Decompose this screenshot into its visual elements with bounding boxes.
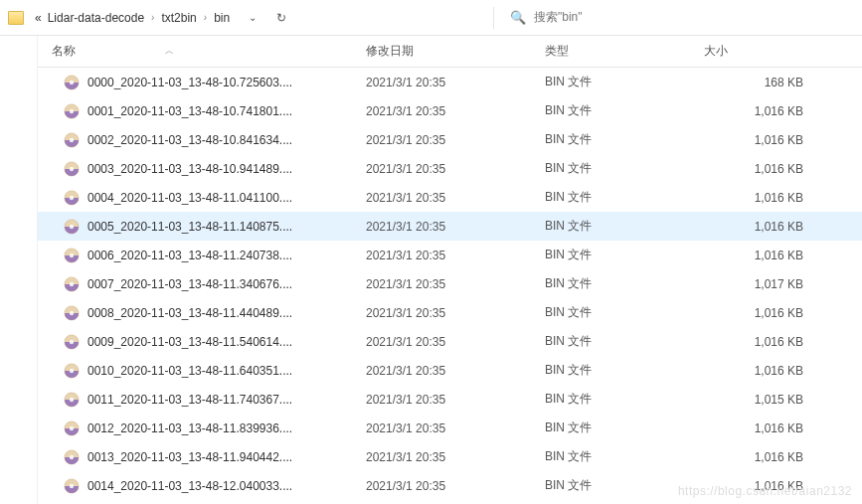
chevron-right-icon[interactable]: › <box>200 12 211 23</box>
search-placeholder: 搜索"bin" <box>534 9 583 26</box>
file-size: 1,016 KB <box>704 133 833 147</box>
file-date: 2021/3/1 20:35 <box>366 249 545 262</box>
file-row[interactable]: 0005_2020-11-03_13-48-11.140875.... 2021… <box>38 212 862 241</box>
file-size: 1,016 KB <box>704 104 833 118</box>
svg-point-23 <box>70 397 74 401</box>
bin-file-icon <box>64 103 80 119</box>
bin-file-icon <box>64 334 80 350</box>
file-row[interactable]: 0007_2020-11-03_13-48-11.340676.... 2021… <box>38 269 862 298</box>
file-row[interactable]: 0013_2020-11-03_13-48-11.940442.... 2021… <box>38 442 862 471</box>
column-headers: 名称 ︿ 修改日期 类型 大小 <box>38 36 862 68</box>
file-row[interactable]: 0015 2020-11-03 13-48-12.139523.... 2021… <box>38 500 862 504</box>
chevron-right-icon[interactable]: › <box>147 12 158 23</box>
file-date: 2021/3/1 20:35 <box>366 104 545 118</box>
header-name[interactable]: 名称 ︿ <box>38 36 366 67</box>
file-date: 2021/3/1 20:35 <box>366 479 545 493</box>
bin-file-icon <box>64 363 80 379</box>
file-row[interactable]: 0008_2020-11-03_13-48-11.440489.... 2021… <box>38 298 862 327</box>
file-size: 1,016 KB <box>704 364 833 378</box>
file-type: BIN 文件 <box>545 304 704 321</box>
svg-point-21 <box>70 368 74 372</box>
bin-file-icon <box>64 449 80 465</box>
file-type: BIN 文件 <box>545 362 704 379</box>
file-size: 1,016 KB <box>704 191 833 205</box>
search-icon: 🔍 <box>510 10 526 25</box>
file-type: BIN 文件 <box>545 391 704 408</box>
file-size: 1,016 KB <box>704 249 833 262</box>
breadcrumb-prefix[interactable]: « <box>32 11 45 25</box>
file-name: 0000_2020-11-03_13-48-10.725603.... <box>87 76 292 89</box>
file-row[interactable]: 0006_2020-11-03_13-48-11.240738.... 2021… <box>38 241 862 269</box>
breadcrumb-item-0[interactable]: Lidar-data-decode <box>45 11 147 25</box>
file-date: 2021/3/1 20:35 <box>366 133 545 147</box>
bin-file-icon <box>64 190 80 206</box>
file-list: 0000_2020-11-03_13-48-10.725603.... 2021… <box>38 68 862 504</box>
file-date: 2021/3/1 20:35 <box>366 76 545 89</box>
bin-file-icon <box>64 478 80 494</box>
file-size: 1,016 KB <box>704 421 833 435</box>
file-row[interactable]: 0002_2020-11-03_13-48-10.841634.... 2021… <box>38 125 862 154</box>
svg-point-13 <box>70 252 74 256</box>
file-row[interactable]: 0010_2020-11-03_13-48-11.640351.... 2021… <box>38 356 862 385</box>
file-name: 0004_2020-11-03_13-48-11.041100.... <box>87 191 292 205</box>
file-size: 1,016 KB <box>704 162 833 176</box>
file-row[interactable]: 0000_2020-11-03_13-48-10.725603.... 2021… <box>38 68 862 96</box>
address-toolbar: « Lidar-data-decode › txt2bin › bin ⌄ ↻ … <box>0 0 862 36</box>
file-size: 1,016 KB <box>704 450 833 464</box>
header-type[interactable]: 类型 <box>545 36 704 67</box>
file-name: 0010_2020-11-03_13-48-11.640351.... <box>87 364 292 378</box>
file-size: 1,016 KB <box>704 335 833 349</box>
file-name: 0012_2020-11-03_13-48-11.839936.... <box>87 421 292 435</box>
svg-point-29 <box>70 483 74 487</box>
file-type: BIN 文件 <box>545 275 704 292</box>
breadcrumb-item-2[interactable]: bin <box>211 11 233 25</box>
file-type: BIN 文件 <box>545 448 704 465</box>
file-row[interactable]: 0004_2020-11-03_13-48-11.041100.... 2021… <box>38 183 862 212</box>
file-name: 0006_2020-11-03_13-48-11.240738.... <box>87 249 292 262</box>
breadcrumb[interactable]: « Lidar-data-decode › txt2bin › bin <box>32 11 233 25</box>
bin-file-icon <box>64 161 80 177</box>
folder-icon <box>8 11 24 25</box>
bin-file-icon <box>64 420 80 436</box>
breadcrumb-dropdown-icon[interactable]: ⌄ <box>241 8 264 27</box>
bin-file-icon <box>64 219 80 235</box>
svg-point-3 <box>70 108 74 112</box>
file-row[interactable]: 0012_2020-11-03_13-48-11.839936.... 2021… <box>38 414 862 442</box>
file-type: BIN 文件 <box>545 247 704 263</box>
bin-file-icon <box>64 248 80 263</box>
svg-point-17 <box>70 310 74 314</box>
file-size: 1,016 KB <box>704 220 833 234</box>
file-row[interactable]: 0003_2020-11-03_13-48-10.941489.... 2021… <box>38 154 862 183</box>
file-name: 0011_2020-11-03_13-48-11.740367.... <box>87 393 292 407</box>
file-date: 2021/3/1 20:35 <box>366 277 545 291</box>
file-size: 168 KB <box>704 76 833 89</box>
file-row[interactable]: 0014_2020-11-03_13-48-12.040033.... 2021… <box>38 471 862 500</box>
file-name: 0001_2020-11-03_13-48-10.741801.... <box>87 104 292 118</box>
sort-asc-icon: ︿ <box>165 45 174 58</box>
file-type: BIN 文件 <box>545 189 704 206</box>
file-name: 0003_2020-11-03_13-48-10.941489.... <box>87 162 292 176</box>
bin-file-icon <box>64 75 80 90</box>
breadcrumb-item-1[interactable]: txt2bin <box>158 11 199 25</box>
file-type: BIN 文件 <box>545 333 704 350</box>
file-date: 2021/3/1 20:35 <box>366 220 545 234</box>
nav-pane-collapsed[interactable] <box>0 36 38 504</box>
file-name: 0013_2020-11-03_13-48-11.940442.... <box>87 450 292 464</box>
file-row[interactable]: 0011_2020-11-03_13-48-11.740367.... 2021… <box>38 385 862 414</box>
file-row[interactable]: 0009_2020-11-03_13-48-11.540614.... 2021… <box>38 327 862 356</box>
search-input[interactable]: 🔍 搜索"bin" <box>500 3 858 33</box>
header-size[interactable]: 大小 <box>704 36 833 67</box>
file-date: 2021/3/1 20:35 <box>366 393 545 407</box>
file-date: 2021/3/1 20:35 <box>366 335 545 349</box>
svg-point-7 <box>70 166 74 170</box>
header-date[interactable]: 修改日期 <box>366 36 545 67</box>
file-name: 0009_2020-11-03_13-48-11.540614.... <box>87 335 292 349</box>
file-row[interactable]: 0001_2020-11-03_13-48-10.741801.... 2021… <box>38 96 862 125</box>
file-type: BIN 文件 <box>545 131 704 148</box>
bin-file-icon <box>64 305 80 321</box>
refresh-icon[interactable]: ↻ <box>268 7 294 29</box>
file-date: 2021/3/1 20:35 <box>366 306 545 320</box>
file-type: BIN 文件 <box>545 102 704 119</box>
file-type: BIN 文件 <box>545 477 704 494</box>
file-date: 2021/3/1 20:35 <box>366 421 545 435</box>
